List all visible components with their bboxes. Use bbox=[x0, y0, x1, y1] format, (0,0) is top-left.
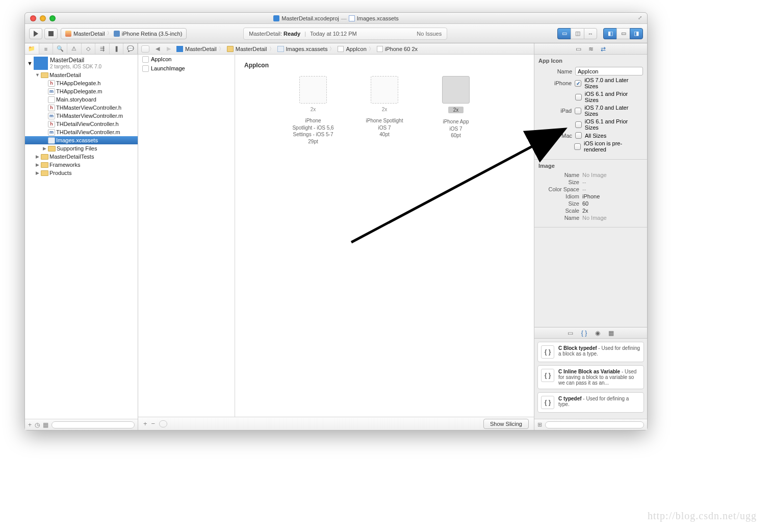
media-library-tab[interactable]: ▦ bbox=[608, 330, 614, 337]
remove-asset-icon[interactable]: − bbox=[151, 420, 156, 427]
zoom-window-icon[interactable] bbox=[49, 15, 56, 21]
ipad-ios7-checkbox[interactable] bbox=[575, 108, 581, 114]
scheme-selector[interactable]: MasterDetail 〉 iPhone Retina (3.5-inch) bbox=[61, 28, 187, 39]
info-value: iPhone bbox=[582, 193, 600, 199]
related-items-button[interactable] bbox=[141, 45, 149, 53]
add-icon[interactable]: + bbox=[28, 421, 32, 428]
tree-row[interactable]: mTHDetailViewController.m bbox=[25, 128, 138, 136]
issue-navigator-tab[interactable]: ⚠ bbox=[67, 43, 82, 54]
quick-help-tab[interactable]: ≋ bbox=[588, 45, 594, 53]
scm-icon[interactable]: ▦ bbox=[43, 421, 48, 428]
jumpbar-item[interactable]: iPhone 60 2x bbox=[375, 46, 419, 52]
recent-icon[interactable]: ◷ bbox=[35, 421, 40, 428]
asset-label: LaunchImage bbox=[151, 65, 185, 71]
report-navigator-tab[interactable]: 💬 bbox=[123, 43, 138, 54]
standard-editor-button[interactable]: ▭ bbox=[557, 28, 571, 39]
snippet-item[interactable]: { }C Inline Block as Variable - Used for… bbox=[537, 365, 644, 389]
file-inspector-tab[interactable]: ▭ bbox=[576, 45, 581, 53]
asset-canvas[interactable]: AppIcon 2xiPhoneSpotlight - iOS 5,6Setti… bbox=[235, 55, 534, 417]
jump-bar[interactable]: ◀ ▶ MasterDetail〉MasterDetail〉Images.xca… bbox=[138, 43, 534, 55]
snippet-item[interactable]: { }C Block typedef - Used for defining a… bbox=[537, 342, 644, 362]
disclosure-triangle-icon[interactable]: ▼ bbox=[35, 72, 40, 78]
scale-label: 2x bbox=[448, 107, 464, 113]
tree-row[interactable]: ▼MasterDetail bbox=[25, 71, 138, 79]
icon-slot[interactable]: 2xiPhone SpotlightiOS 740pt bbox=[359, 76, 410, 145]
ipad-ios61-checkbox[interactable] bbox=[575, 121, 582, 128]
back-button[interactable]: ◀ bbox=[152, 45, 163, 52]
tree-row[interactable]: Images.xcassets bbox=[25, 136, 138, 144]
fullscreen-icon[interactable]: ⤢ bbox=[638, 15, 644, 21]
snippet-list[interactable]: { }C Block typedef - Used for defining a… bbox=[534, 339, 647, 419]
forward-button[interactable]: ▶ bbox=[164, 45, 174, 52]
tree-row[interactable]: Main.storyboard bbox=[25, 95, 138, 104]
tree-row[interactable]: ▶Frameworks bbox=[25, 161, 138, 169]
run-button[interactable] bbox=[29, 28, 42, 39]
icon-slot[interactable]: 2xiPhone AppiOS 760pt bbox=[430, 76, 481, 145]
proj-icon bbox=[176, 46, 183, 52]
name-field[interactable] bbox=[575, 67, 643, 75]
iphone-label: iPhone bbox=[538, 80, 572, 86]
add-asset-icon[interactable]: + bbox=[143, 420, 147, 427]
tree-row[interactable]: mTHAppDelegate.m bbox=[25, 87, 138, 95]
toggle-navigator-button[interactable]: ◧ bbox=[603, 28, 616, 39]
tree-row[interactable]: hTHDetailViewController.h bbox=[25, 120, 138, 128]
image-well[interactable] bbox=[299, 76, 327, 104]
filter-asset-field[interactable] bbox=[159, 420, 167, 427]
close-window-icon[interactable] bbox=[30, 15, 36, 21]
object-library-tab[interactable]: ◉ bbox=[595, 330, 600, 337]
debug-navigator-tab[interactable]: ⇶ bbox=[95, 43, 110, 54]
show-slicing-button[interactable]: Show Slicing bbox=[483, 419, 529, 429]
project-tree[interactable]: ▼ MasterDetail 2 targets, iOS SDK 7.0 ▼M… bbox=[25, 55, 138, 419]
image-well[interactable] bbox=[371, 76, 398, 104]
tree-row[interactable]: mTHMasterViewController.m bbox=[25, 112, 138, 120]
tree-row[interactable]: ▶Supporting Files bbox=[25, 144, 138, 153]
tree-row[interactable]: ▶MasterDetailTests bbox=[25, 153, 138, 161]
breakpoint-navigator-tab[interactable]: ❚ bbox=[110, 43, 124, 54]
symbol-navigator-tab[interactable]: ≡ bbox=[39, 43, 54, 54]
code-snippet-tab[interactable]: { } bbox=[581, 330, 587, 337]
toggle-debug-button[interactable]: ▭ bbox=[616, 28, 630, 39]
version-editor-button[interactable]: ↔ bbox=[584, 28, 597, 39]
jumpbar-item[interactable]: MasterDetail〉 bbox=[175, 45, 225, 53]
disclosure-triangle-icon[interactable]: ▶ bbox=[35, 154, 40, 159]
filter-field[interactable] bbox=[52, 421, 135, 428]
test-navigator-tab[interactable]: ◇ bbox=[82, 43, 96, 54]
find-navigator-tab[interactable]: 🔍 bbox=[53, 43, 67, 54]
asset-list-item[interactable]: AppIcon bbox=[138, 55, 235, 64]
tree-row[interactable]: ▶Products bbox=[25, 169, 138, 177]
project-root[interactable]: ▼ MasterDetail 2 targets, iOS SDK 7.0 bbox=[25, 56, 138, 71]
disclosure-triangle-icon[interactable]: ▼ bbox=[27, 60, 33, 66]
chevron-right-icon: 〉 bbox=[269, 45, 274, 53]
toggle-utilities-button[interactable]: ◨ bbox=[630, 28, 643, 39]
tree-item-label: Supporting Files bbox=[57, 145, 97, 151]
tree-row[interactable]: hTHAppDelegate.h bbox=[25, 79, 138, 87]
grid-icon[interactable]: ⊞ bbox=[537, 421, 542, 428]
library-filter-field[interactable] bbox=[545, 421, 644, 428]
box-icon bbox=[377, 46, 383, 52]
snippet-item[interactable]: { }C typedef - Used for defining a type. bbox=[537, 392, 644, 413]
jumpbar-item[interactable]: MasterDetail〉 bbox=[225, 45, 276, 53]
disclosure-triangle-icon[interactable]: ▶ bbox=[35, 170, 40, 175]
iphone-ios7-checkbox[interactable] bbox=[575, 80, 581, 87]
disclosure-triangle-icon[interactable]: ▶ bbox=[35, 162, 40, 167]
jumpbar-item[interactable]: Images.xcassets〉 bbox=[276, 45, 337, 53]
asset-list-item[interactable]: LaunchImage bbox=[138, 64, 235, 73]
iphone-ios61-checkbox[interactable] bbox=[575, 94, 582, 100]
jumpbar-item[interactable]: AppIcon〉 bbox=[336, 45, 375, 53]
asset-list[interactable]: AppIconLaunchImage bbox=[138, 55, 235, 417]
mac-allsizes-checkbox[interactable] bbox=[575, 132, 582, 139]
folder-icon bbox=[41, 162, 48, 168]
image-well[interactable] bbox=[442, 76, 470, 104]
editor-body: AppIconLaunchImage AppIcon 2xiPhoneSpotl… bbox=[138, 55, 534, 417]
minimize-window-icon[interactable] bbox=[40, 15, 46, 21]
prerendered-checkbox[interactable] bbox=[574, 143, 581, 150]
assistant-editor-button[interactable]: ◫ bbox=[571, 28, 584, 39]
file-template-tab[interactable]: ▭ bbox=[568, 330, 573, 337]
tree-row[interactable]: hTHMasterViewController.h bbox=[25, 104, 138, 112]
project-navigator-tab[interactable]: 📁 bbox=[25, 43, 39, 54]
icon-slot[interactable]: 2xiPhoneSpotlight - iOS 5,6Settings - iO… bbox=[288, 76, 339, 145]
disclosure-triangle-icon[interactable]: ▶ bbox=[42, 146, 47, 151]
stop-button[interactable] bbox=[44, 28, 58, 39]
attributes-inspector-tab[interactable]: ⇄ bbox=[601, 45, 606, 53]
status-prefix: MasterDetail: bbox=[249, 31, 282, 37]
